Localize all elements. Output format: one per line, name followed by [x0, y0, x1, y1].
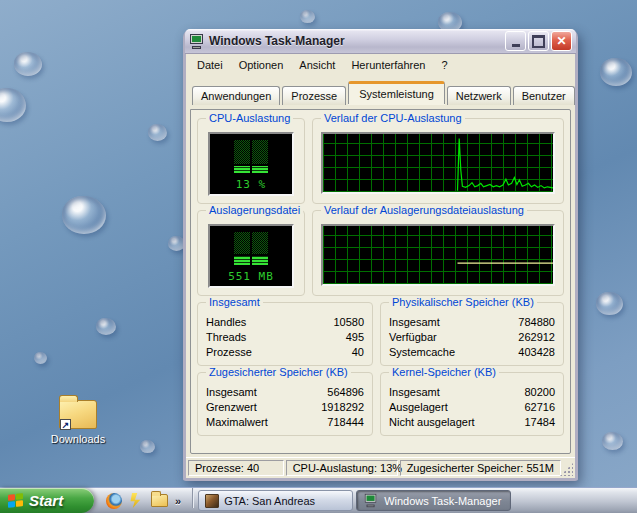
wallpaper-droplet [600, 58, 632, 86]
shortcut-arrow-icon: ↗ [60, 419, 71, 430]
task-button-label: Windows Task-Manager [384, 495, 501, 507]
quick-launch-bar: » [94, 488, 189, 513]
winamp-icon[interactable] [129, 493, 144, 508]
kernel-memory-stats: Insgesamt80200Ausgelagert62716Nicht ausg… [389, 385, 555, 430]
performance-tab-page: CPU-Auslastung 13 % Verlauf der CPU-Ausl… [190, 109, 571, 454]
kernel-memory-groupbox: Kernel-Speicher (KB) Insgesamt80200Ausge… [380, 372, 564, 436]
cpu-usage-value: 13 % [210, 178, 292, 191]
stat-row: Ausgelagert62716 [389, 400, 555, 415]
commit-charge-stats: Insgesamt564896Grenzwert1918292Maximalwe… [206, 385, 364, 430]
folder-icon[interactable] [151, 494, 168, 507]
pagefile-history-groupbox: Verlauf der Auslagerungsdateiauslastung [312, 210, 564, 296]
stat-label: Ausgelagert [389, 400, 448, 415]
groupbox-title: Verlauf der CPU-Auslastung [321, 112, 465, 124]
tab-netzwerk[interactable]: Netzwerk [447, 86, 511, 105]
stat-row: Handles10580 [206, 315, 364, 330]
stat-value: 718444 [327, 415, 364, 430]
windows-flag-icon [8, 493, 23, 509]
start-label: Start [29, 492, 63, 509]
pagefile-value: 551 MB [210, 270, 292, 283]
stat-row: Grenzwert1918292 [206, 400, 364, 415]
groupbox-title: Insgesamt [206, 296, 263, 308]
taskbar: Start » GTA: San Andreas Windows Task-Ma… [0, 487, 637, 513]
stat-label: Maximalwert [206, 415, 268, 430]
wallpaper-droplet [602, 432, 623, 450]
stat-label: Handles [206, 315, 246, 330]
wallpaper-droplet [62, 196, 106, 234]
minimize-button[interactable] [505, 31, 526, 51]
task-manager-icon [189, 34, 205, 49]
wallpaper-droplet [96, 318, 116, 335]
menu-hilfe[interactable]: ? [434, 57, 454, 73]
tab-prozesse[interactable]: Prozesse [282, 86, 346, 105]
stat-row: Prozesse40 [206, 345, 364, 360]
physical-memory-stats: Insgesamt784880Verfügbar262912Systemcach… [389, 315, 555, 360]
tab-benutzer[interactable]: Benutzer [513, 86, 575, 105]
menu-bar: Datei Optionen Ansicht Herunterfahren ? [186, 54, 575, 75]
stat-value: 62716 [524, 400, 555, 415]
tab-strip: Anwendungen Prozesse Systemleistung Netz… [186, 75, 575, 104]
stat-value: 80200 [524, 385, 555, 400]
status-bar: Prozesse: 40 CPU-Auslastung: 13% Zugesic… [186, 457, 575, 478]
physical-memory-groupbox: Physikalischer Speicher (KB) Insgesamt78… [380, 302, 564, 366]
taskbar-button-gta[interactable]: GTA: San Andreas [198, 490, 353, 511]
totals-stats: Handles10580Threads495Prozesse40 [206, 315, 364, 360]
stat-label: Insgesamt [389, 385, 440, 400]
stat-value: 495 [346, 330, 364, 345]
stat-row: Insgesamt784880 [389, 315, 555, 330]
stat-label: Prozesse [206, 345, 252, 360]
stat-row: Maximalwert718444 [206, 415, 364, 430]
pagefile-history-graph [321, 224, 555, 286]
stat-label: Systemcache [389, 345, 455, 360]
stat-label: Insgesamt [389, 315, 440, 330]
status-processes: Prozesse: 40 [188, 460, 284, 476]
stat-value: 40 [352, 345, 364, 360]
totals-groupbox: Insgesamt Handles10580Threads495Prozesse… [197, 302, 373, 366]
stat-row: Systemcache403428 [389, 345, 555, 360]
cpu-history-graph [321, 132, 555, 194]
desktop-icon-downloads[interactable]: ↗ Downloads [34, 400, 122, 445]
task-manager-window: Windows Task-Manager ✕ Datei Optionen An… [183, 30, 578, 481]
start-button[interactable]: Start [0, 488, 94, 513]
status-cpu: CPU-Auslastung: 13% [286, 460, 398, 476]
pagefile-groupbox: Auslagerungsdatei 551 MB [197, 210, 305, 296]
firefox-icon[interactable] [106, 493, 122, 509]
gta-icon [205, 494, 219, 508]
stat-label: Insgesamt [206, 385, 257, 400]
stat-label: Nicht ausgelagert [389, 415, 475, 430]
stat-value: 1918292 [321, 400, 364, 415]
task-button-label: GTA: San Andreas [224, 495, 315, 507]
maximize-button[interactable] [528, 31, 549, 51]
wallpaper-droplet [14, 52, 42, 76]
groupbox-title: Zugesicherter Speicher (KB) [206, 366, 351, 378]
stat-value: 784880 [518, 315, 555, 330]
menu-ansicht[interactable]: Ansicht [292, 57, 342, 73]
tab-systemleistung[interactable]: Systemleistung [348, 81, 445, 104]
chevron-overflow-icon[interactable]: » [175, 495, 181, 507]
stat-value: 10580 [333, 315, 364, 330]
menu-herunterfahren[interactable]: Herunterfahren [344, 57, 432, 73]
stat-row: Verfügbar262912 [389, 330, 555, 345]
wallpaper-droplet [140, 440, 155, 453]
cpu-usage-gauge: 13 % [208, 132, 294, 196]
wallpaper-droplet [34, 352, 47, 364]
cpu-usage-groupbox: CPU-Auslastung 13 % [197, 118, 305, 204]
stat-row: Threads495 [206, 330, 364, 345]
menu-optionen[interactable]: Optionen [232, 57, 291, 73]
window-title: Windows Task-Manager [205, 34, 503, 48]
stat-value: 564896 [327, 385, 364, 400]
groupbox-title: CPU-Auslastung [206, 112, 293, 124]
tab-anwendungen[interactable]: Anwendungen [192, 86, 280, 105]
stat-row: Nicht ausgelagert17484 [389, 415, 555, 430]
menu-datei[interactable]: Datei [190, 57, 230, 73]
groupbox-title: Kernel-Speicher (KB) [389, 366, 499, 378]
status-commit: Zugesicherter Speicher: 551M [400, 460, 561, 476]
wallpaper-droplet [596, 292, 623, 315]
close-button[interactable]: ✕ [551, 31, 572, 51]
title-bar[interactable]: Windows Task-Manager ✕ [185, 29, 576, 54]
taskbar-button-task-manager[interactable]: Windows Task-Manager [356, 490, 511, 511]
resize-grip[interactable] [560, 463, 573, 476]
wallpaper-droplet [0, 88, 26, 122]
groupbox-title: Auslagerungsdatei [206, 204, 303, 216]
stat-label: Verfügbar [389, 330, 437, 345]
